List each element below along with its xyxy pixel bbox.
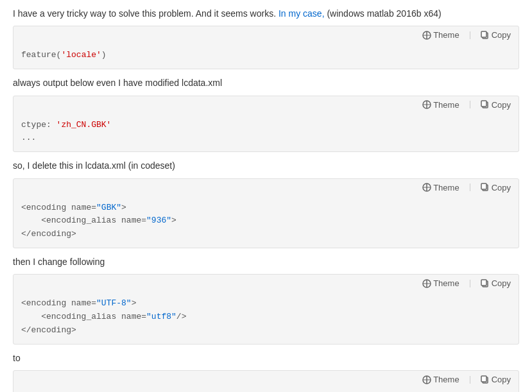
copy-button-4[interactable]: Copy [478, 277, 513, 289]
code-content-5: <encoding name="UTF-8"> <encoding_alias … [13, 388, 519, 392]
theme-icon-2 [422, 100, 431, 109]
code-block-5: Theme Copy <encoding name="UTF-8"> <enco… [13, 370, 519, 392]
code-line-1: feature('locale') [21, 50, 107, 60]
svg-rect-2 [481, 31, 486, 37]
copy-label-1: Copy [492, 30, 511, 40]
code-block-3: Theme Copy <encoding name="GBK"> <encodi… [13, 178, 519, 248]
copy-button-3[interactable]: Copy [478, 182, 513, 194]
theme-label-5: Theme [433, 375, 459, 384]
theme-label-3: Theme [433, 183, 459, 192]
code-line-4b: <encoding_alias name="utf8"/> [21, 311, 511, 324]
copy-label-5: Copy [492, 375, 511, 384]
code-toolbar-1: Theme Copy [13, 26, 519, 44]
copy-icon-1 [481, 31, 490, 40]
code-line-3c: </encoding> [21, 228, 511, 241]
code-line-4a: <encoding name="UTF-8"> [21, 297, 511, 311]
code-block-2: Theme Copy ctype: 'zh_CN.GBK' ... [13, 96, 519, 153]
prose-3: then I change following [13, 255, 519, 269]
theme-button-4[interactable]: Theme [420, 277, 461, 289]
copy-label-3: Copy [492, 183, 511, 192]
code-toolbar-5: Theme Copy [13, 371, 519, 388]
svg-rect-11 [481, 280, 486, 285]
theme-button-5[interactable]: Theme [420, 373, 461, 386]
divider-2 [470, 101, 470, 108]
copy-icon-5 [481, 375, 490, 384]
theme-label-2: Theme [433, 100, 459, 110]
copy-label-2: Copy [492, 100, 511, 110]
intro-paragraph: I have a very tricky way to solve this p… [13, 6, 519, 21]
theme-icon-1 [422, 31, 431, 40]
copy-label-4: Copy [492, 278, 511, 288]
code-line-3b: <encoding_alias name="936"> [21, 214, 511, 228]
code-content-3: <encoding name="GBK"> <encoding_alias na… [13, 196, 519, 248]
prose-1: always output below even I have modified… [13, 76, 519, 90]
code-line-2b: ... [21, 132, 511, 145]
divider-1 [470, 31, 470, 39]
theme-button-1[interactable]: Theme [420, 29, 461, 41]
code-toolbar-2: Theme Copy [13, 96, 519, 114]
code-line-4c: </encoding> [21, 324, 511, 337]
theme-icon-5 [422, 375, 431, 384]
theme-button-3[interactable]: Theme [420, 182, 461, 194]
svg-rect-14 [481, 376, 486, 382]
intro-highlight: In my case, [279, 8, 325, 19]
code-line-3a: <encoding name="GBK"> [21, 201, 511, 215]
copy-icon-4 [481, 279, 490, 288]
copy-button-1[interactable]: Copy [478, 29, 513, 41]
theme-label-1: Theme [433, 30, 459, 40]
code-block-4: Theme Copy <encoding name="UTF-8"> <enco… [13, 274, 519, 344]
copy-icon-3 [481, 183, 490, 192]
prose-4: to [13, 351, 519, 365]
svg-rect-8 [481, 183, 486, 189]
code-toolbar-3: Theme Copy [13, 179, 519, 196]
divider-4 [470, 280, 470, 287]
copy-button-2[interactable]: Copy [478, 99, 513, 111]
copy-button-5[interactable]: Copy [478, 373, 513, 386]
code-toolbar-4: Theme Copy [13, 275, 519, 292]
code-content-4: <encoding name="UTF-8"> <encoding_alias … [13, 292, 519, 343]
copy-icon-2 [481, 100, 490, 109]
code-block-1: Theme Copy feature('locale') [13, 26, 519, 69]
code-line-2a: ctype: 'zh_CN.GBK' [21, 119, 511, 132]
theme-icon-3 [422, 183, 431, 192]
theme-label-4: Theme [433, 278, 459, 288]
code-content-2: ctype: 'zh_CN.GBK' ... [13, 114, 519, 152]
prose-2: so, I delete this in lcdata.xml (in code… [13, 158, 519, 173]
code-content-1: feature('locale') [13, 44, 519, 69]
svg-rect-5 [481, 101, 486, 107]
theme-icon-4 [422, 279, 431, 288]
divider-5 [470, 376, 470, 384]
divider-3 [470, 183, 470, 191]
theme-button-2[interactable]: Theme [420, 99, 461, 111]
